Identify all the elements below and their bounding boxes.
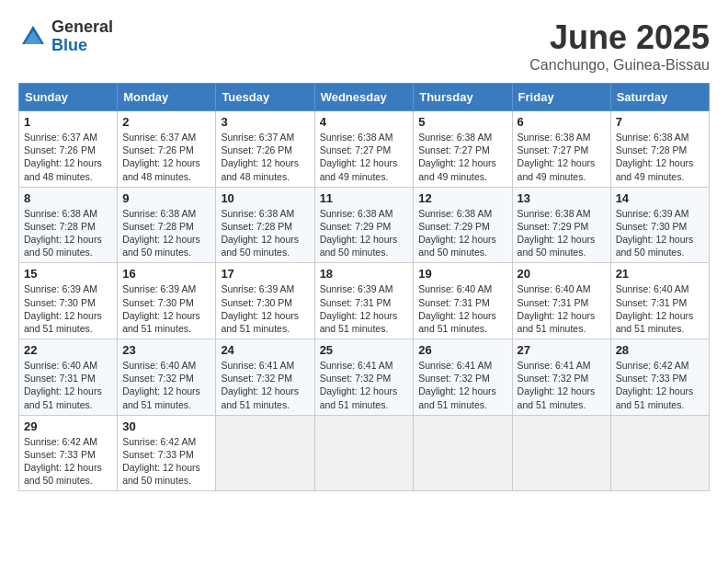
- day-cell-9: 9 Sunrise: 6:38 AM Sunset: 7:28 PM Dayli…: [118, 187, 216, 263]
- day-number: 19: [418, 267, 506, 281]
- day-info: Sunrise: 6:40 AM Sunset: 7:31 PM Dayligh…: [418, 282, 506, 335]
- day-number: 20: [518, 267, 606, 281]
- col-header-wednesday: Wednesday: [314, 84, 414, 111]
- day-info: Sunrise: 6:40 AM Sunset: 7:31 PM Dayligh…: [616, 282, 704, 335]
- day-number: 22: [24, 343, 112, 357]
- day-number: 24: [221, 343, 309, 357]
- day-cell-25: 25 Sunrise: 6:41 AM Sunset: 7:32 PM Dayl…: [314, 339, 414, 416]
- day-info: Sunrise: 6:40 AM Sunset: 7:31 PM Dayligh…: [518, 282, 606, 335]
- day-number: 21: [616, 267, 704, 281]
- day-info: Sunrise: 6:42 AM Sunset: 7:33 PM Dayligh…: [616, 359, 704, 411]
- day-cell-15: 15 Sunrise: 6:39 AM Sunset: 7:30 PM Dayl…: [19, 263, 118, 339]
- day-number: 1: [24, 115, 112, 129]
- day-info: Sunrise: 6:40 AM Sunset: 7:31 PM Dayligh…: [24, 359, 112, 411]
- day-info: Sunrise: 6:42 AM Sunset: 7:33 PM Dayligh…: [24, 435, 112, 488]
- day-info: Sunrise: 6:37 AM Sunset: 7:26 PM Dayligh…: [24, 131, 112, 183]
- day-cell-16: 16 Sunrise: 6:39 AM Sunset: 7:30 PM Dayl…: [118, 263, 216, 339]
- day-info: Sunrise: 6:37 AM Sunset: 7:26 PM Dayligh…: [221, 131, 309, 183]
- day-cell-13: 13 Sunrise: 6:38 AM Sunset: 7:29 PM Dayl…: [512, 187, 610, 263]
- day-info: Sunrise: 6:39 AM Sunset: 7:31 PM Dayligh…: [320, 282, 409, 335]
- day-info: Sunrise: 6:41 AM Sunset: 7:32 PM Dayligh…: [418, 359, 506, 411]
- col-header-friday: Friday: [512, 84, 610, 111]
- day-number: 26: [418, 343, 506, 357]
- day-info: Sunrise: 6:41 AM Sunset: 7:32 PM Dayligh…: [518, 359, 606, 411]
- month-title: June 2025: [529, 18, 710, 57]
- day-info: Sunrise: 6:38 AM Sunset: 7:28 PM Dayligh…: [24, 207, 112, 259]
- day-number: 6: [518, 115, 606, 129]
- day-number: 25: [320, 343, 409, 357]
- empty-cell: [610, 415, 709, 491]
- day-number: 12: [418, 191, 506, 205]
- day-number: 23: [122, 343, 210, 357]
- day-number: 8: [24, 191, 112, 205]
- day-number: 3: [221, 115, 309, 129]
- day-cell-4: 4 Sunrise: 6:38 AM Sunset: 7:27 PM Dayli…: [314, 111, 414, 188]
- logo-general-text: General: [51, 18, 113, 37]
- calendar-week-4: 22 Sunrise: 6:40 AM Sunset: 7:31 PM Dayl…: [19, 339, 710, 416]
- empty-cell: [414, 415, 512, 491]
- day-info: Sunrise: 6:39 AM Sunset: 7:30 PM Dayligh…: [24, 282, 112, 335]
- logo-text: General Blue: [51, 18, 113, 55]
- calendar-table: SundayMondayTuesdayWednesdayThursdayFrid…: [18, 83, 710, 491]
- empty-cell: [216, 415, 314, 491]
- empty-cell: [314, 415, 414, 491]
- day-cell-10: 10 Sunrise: 6:38 AM Sunset: 7:28 PM Dayl…: [216, 187, 314, 263]
- day-number: 2: [122, 115, 210, 129]
- col-header-saturday: Saturday: [610, 84, 709, 111]
- day-cell-24: 24 Sunrise: 6:41 AM Sunset: 7:32 PM Dayl…: [216, 339, 314, 416]
- day-number: 17: [221, 267, 309, 281]
- day-cell-21: 21 Sunrise: 6:40 AM Sunset: 7:31 PM Dayl…: [610, 263, 709, 339]
- day-cell-20: 20 Sunrise: 6:40 AM Sunset: 7:31 PM Dayl…: [512, 263, 610, 339]
- day-number: 28: [616, 343, 704, 357]
- day-number: 5: [418, 115, 506, 129]
- day-info: Sunrise: 6:38 AM Sunset: 7:27 PM Dayligh…: [518, 131, 606, 183]
- day-info: Sunrise: 6:38 AM Sunset: 7:29 PM Dayligh…: [518, 207, 606, 259]
- title-block: June 2025 Canchungo, Guinea-Bissau: [529, 18, 710, 74]
- day-number: 13: [518, 191, 606, 205]
- day-number: 14: [616, 191, 704, 205]
- page-header: General Blue June 2025 Canchungo, Guinea…: [18, 18, 710, 74]
- day-cell-29: 29 Sunrise: 6:42 AM Sunset: 7:33 PM Dayl…: [19, 415, 118, 491]
- day-number: 9: [122, 191, 210, 205]
- day-cell-19: 19 Sunrise: 6:40 AM Sunset: 7:31 PM Dayl…: [414, 263, 512, 339]
- day-info: Sunrise: 6:40 AM Sunset: 7:32 PM Dayligh…: [122, 359, 210, 411]
- day-cell-2: 2 Sunrise: 6:37 AM Sunset: 7:26 PM Dayli…: [118, 111, 216, 188]
- day-cell-7: 7 Sunrise: 6:38 AM Sunset: 7:28 PM Dayli…: [610, 111, 709, 188]
- empty-cell: [512, 415, 610, 491]
- col-header-tuesday: Tuesday: [216, 84, 314, 111]
- day-number: 4: [320, 115, 409, 129]
- col-header-monday: Monday: [118, 84, 216, 111]
- day-number: 18: [320, 267, 409, 281]
- day-number: 27: [518, 343, 606, 357]
- logo-blue-text: Blue: [51, 37, 113, 55]
- day-info: Sunrise: 6:39 AM Sunset: 7:30 PM Dayligh…: [122, 282, 210, 335]
- day-cell-5: 5 Sunrise: 6:38 AM Sunset: 7:27 PM Dayli…: [414, 111, 512, 188]
- day-info: Sunrise: 6:38 AM Sunset: 7:29 PM Dayligh…: [418, 207, 506, 259]
- col-header-thursday: Thursday: [414, 84, 512, 111]
- col-header-sunday: Sunday: [19, 84, 118, 111]
- day-info: Sunrise: 6:38 AM Sunset: 7:28 PM Dayligh…: [122, 207, 210, 259]
- day-info: Sunrise: 6:38 AM Sunset: 7:29 PM Dayligh…: [320, 207, 409, 259]
- day-cell-27: 27 Sunrise: 6:41 AM Sunset: 7:32 PM Dayl…: [512, 339, 610, 416]
- day-cell-6: 6 Sunrise: 6:38 AM Sunset: 7:27 PM Dayli…: [512, 111, 610, 188]
- day-cell-28: 28 Sunrise: 6:42 AM Sunset: 7:33 PM Dayl…: [610, 339, 709, 416]
- day-info: Sunrise: 6:41 AM Sunset: 7:32 PM Dayligh…: [221, 359, 309, 411]
- day-cell-11: 11 Sunrise: 6:38 AM Sunset: 7:29 PM Dayl…: [314, 187, 414, 263]
- day-cell-22: 22 Sunrise: 6:40 AM Sunset: 7:31 PM Dayl…: [19, 339, 118, 416]
- day-cell-12: 12 Sunrise: 6:38 AM Sunset: 7:29 PM Dayl…: [414, 187, 512, 263]
- day-number: 29: [24, 419, 112, 433]
- day-number: 15: [24, 267, 112, 281]
- calendar-week-5: 29 Sunrise: 6:42 AM Sunset: 7:33 PM Dayl…: [19, 415, 710, 491]
- day-info: Sunrise: 6:37 AM Sunset: 7:26 PM Dayligh…: [122, 131, 210, 183]
- day-cell-8: 8 Sunrise: 6:38 AM Sunset: 7:28 PM Dayli…: [19, 187, 118, 263]
- day-info: Sunrise: 6:39 AM Sunset: 7:30 PM Dayligh…: [616, 207, 704, 259]
- calendar-week-1: 1 Sunrise: 6:37 AM Sunset: 7:26 PM Dayli…: [19, 111, 710, 188]
- calendar-week-2: 8 Sunrise: 6:38 AM Sunset: 7:28 PM Dayli…: [19, 187, 710, 263]
- day-cell-1: 1 Sunrise: 6:37 AM Sunset: 7:26 PM Dayli…: [19, 111, 118, 188]
- day-cell-17: 17 Sunrise: 6:39 AM Sunset: 7:30 PM Dayl…: [216, 263, 314, 339]
- day-number: 16: [122, 267, 210, 281]
- day-info: Sunrise: 6:39 AM Sunset: 7:30 PM Dayligh…: [221, 282, 309, 335]
- calendar-header-row: SundayMondayTuesdayWednesdayThursdayFrid…: [19, 84, 710, 111]
- day-info: Sunrise: 6:38 AM Sunset: 7:27 PM Dayligh…: [418, 131, 506, 183]
- day-cell-14: 14 Sunrise: 6:39 AM Sunset: 7:30 PM Dayl…: [610, 187, 709, 263]
